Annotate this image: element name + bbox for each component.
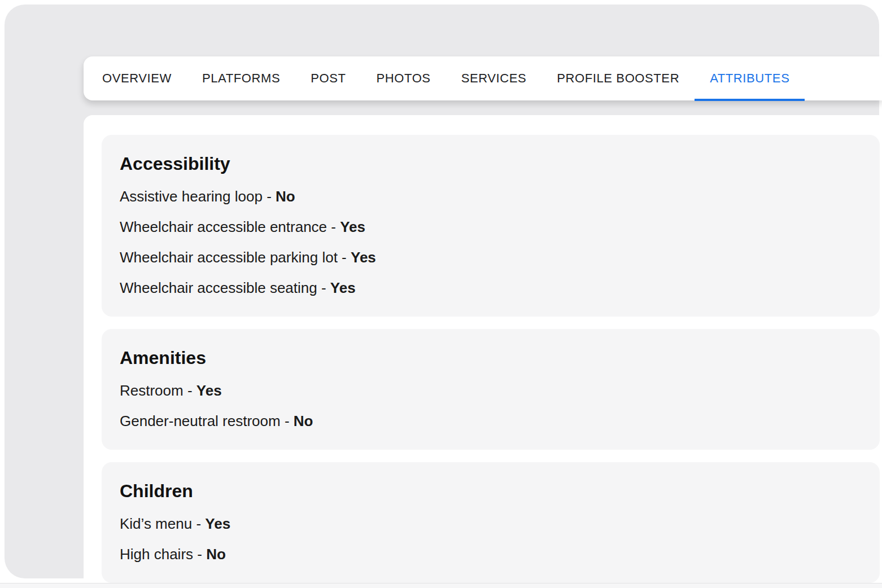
attribute-label: Kid’s menu: [120, 515, 192, 532]
section-card-amenities: Amenities Restroom - Yes Gender-neutral …: [102, 329, 880, 450]
attribute-item: Wheelchair accessible seating - Yes: [120, 279, 862, 296]
attribute-item: Assistive hearing loop - No: [120, 188, 862, 205]
tab-bar: OVERVIEW PLATFORMS POST PHOTOS SERVICES …: [84, 56, 882, 100]
tab-label: POST: [311, 71, 346, 86]
attribute-value: Yes: [340, 218, 365, 235]
attribute-label: High chairs: [120, 546, 193, 563]
attribute-label: Restroom: [120, 382, 184, 399]
section-title: Accessibility: [120, 153, 862, 174]
tab-overview[interactable]: OVERVIEW: [87, 56, 187, 100]
attribute-separator: -: [263, 188, 276, 205]
attribute-separator: -: [192, 515, 205, 532]
attribute-value: Yes: [330, 279, 356, 296]
tab-label: ATTRIBUTES: [710, 71, 789, 86]
attribute-item: Gender-neutral restroom - No: [120, 413, 862, 429]
attribute-label: Wheelchair accessible parking lot: [120, 249, 338, 266]
attribute-item: Wheelchair accessible parking lot - Yes: [120, 249, 862, 266]
attribute-separator: -: [327, 218, 340, 235]
attributes-content-panel: Accessibility Assistive hearing loop - N…: [84, 115, 882, 583]
attribute-label: Wheelchair accessible seating: [120, 279, 317, 296]
section-title: Amenities: [120, 347, 862, 368]
tab-services[interactable]: SERVICES: [446, 56, 542, 100]
attribute-value: Yes: [351, 249, 376, 266]
tab-label: PHOTOS: [377, 71, 431, 86]
attribute-item: Restroom - Yes: [120, 382, 862, 399]
tab-post[interactable]: POST: [295, 56, 361, 100]
attribute-item: Wheelchair accessible entrance - Yes: [120, 218, 862, 235]
attribute-value: No: [294, 413, 313, 429]
attribute-item: High chairs - No: [120, 546, 862, 563]
attribute-label: Wheelchair accessible entrance: [120, 218, 327, 235]
tab-label: PLATFORMS: [202, 71, 280, 86]
tab-label: PROFILE BOOSTER: [557, 71, 679, 86]
attribute-item: Kid’s menu - Yes: [120, 515, 862, 532]
attribute-label: Assistive hearing loop: [120, 188, 263, 205]
attribute-separator: -: [338, 249, 351, 266]
attribute-value: Yes: [197, 382, 222, 399]
attribute-separator: -: [184, 382, 197, 399]
tab-label: SERVICES: [461, 71, 527, 86]
attribute-label: Gender-neutral restroom: [120, 413, 281, 429]
section-items: Assistive hearing loop - No Wheelchair a…: [120, 188, 862, 296]
attribute-separator: -: [193, 546, 206, 563]
attribute-value: No: [206, 546, 226, 563]
attribute-value: Yes: [205, 515, 230, 532]
attribute-value: No: [276, 188, 295, 205]
section-card-children: Children Kid’s menu - Yes High chairs - …: [102, 462, 880, 583]
section-title: Children: [120, 480, 862, 502]
section-items: Restroom - Yes Gender-neutral restroom -…: [120, 382, 862, 429]
section-items: Kid’s menu - Yes High chairs - No: [120, 515, 862, 563]
tab-attributes[interactable]: ATTRIBUTES: [695, 56, 805, 100]
tab-profile-booster[interactable]: PROFILE BOOSTER: [542, 56, 695, 100]
section-card-accessibility: Accessibility Assistive hearing loop - N…: [102, 135, 880, 317]
tab-platforms[interactable]: PLATFORMS: [187, 56, 295, 100]
tab-photos[interactable]: PHOTOS: [361, 56, 446, 100]
bottom-edge-divider: [0, 583, 882, 588]
attribute-separator: -: [281, 413, 294, 429]
attribute-separator: -: [317, 279, 330, 296]
tab-label: OVERVIEW: [102, 71, 172, 86]
